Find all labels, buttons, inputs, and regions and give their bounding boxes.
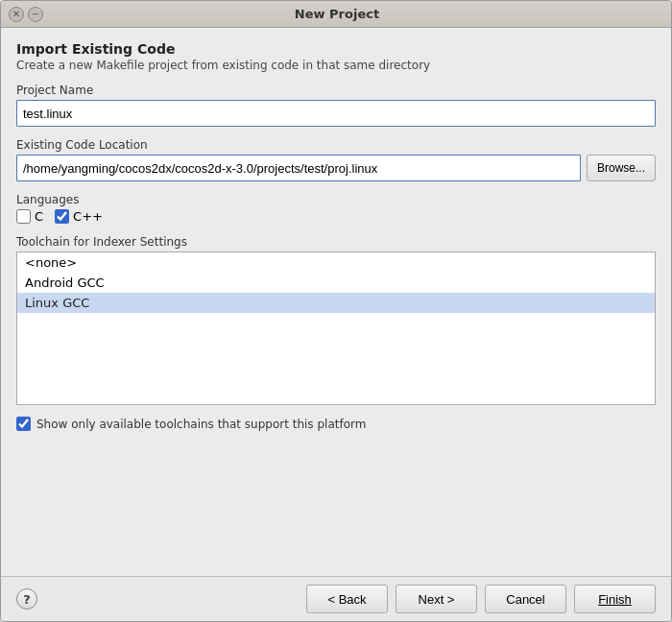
section-subtitle: Create a new Makefile project from exist… (16, 59, 656, 72)
location-row: Browse... (16, 155, 656, 181)
bottom-buttons: < Back Next > Cancel Finish (306, 585, 656, 613)
project-name-label: Project Name (16, 84, 656, 97)
titlebar-buttons: ✕ − (9, 7, 43, 22)
toolchain-item-android-gcc[interactable]: Android GCC (17, 273, 655, 293)
section-title: Import Existing Code (16, 41, 656, 57)
show-only-checkbox[interactable] (16, 417, 31, 431)
existing-code-section: Existing Code Location Browse... (16, 138, 656, 181)
show-only-label: Show only available toolchains that supp… (36, 418, 366, 431)
toolchain-label: Toolchain for Indexer Settings (16, 235, 656, 249)
toolchain-list[interactable]: <none> Android GCC Linux GCC (16, 251, 656, 405)
back-button[interactable]: < Back (306, 585, 388, 613)
existing-code-label: Existing Code Location (16, 138, 656, 152)
minimize-button[interactable]: − (28, 7, 43, 22)
next-button[interactable]: Next > (396, 585, 477, 613)
languages-section: Languages C C++ (16, 193, 656, 224)
help-icon[interactable]: ? (16, 588, 37, 610)
languages-label: Languages (16, 193, 656, 206)
finish-button[interactable]: Finish (574, 585, 656, 613)
existing-code-input[interactable] (16, 155, 581, 181)
c-label: C (35, 209, 43, 224)
close-button[interactable]: ✕ (9, 7, 24, 22)
project-name-input[interactable] (16, 100, 656, 127)
show-only-row: Show only available toolchains that supp… (16, 417, 656, 431)
browse-button[interactable]: Browse... (587, 155, 656, 181)
bottom-bar: ? < Back Next > Cancel Finish (1, 576, 671, 621)
main-content: Import Existing Code Create a new Makefi… (1, 28, 671, 576)
project-name-section: Project Name (16, 84, 656, 127)
cancel-button[interactable]: Cancel (485, 585, 566, 613)
toolchain-section: Toolchain for Indexer Settings <none> An… (16, 235, 656, 405)
toolchain-item-none[interactable]: <none> (17, 252, 655, 273)
languages-row: C C++ (16, 209, 656, 224)
titlebar: ✕ − New Project (1, 1, 671, 28)
cpp-checkbox[interactable] (55, 209, 69, 224)
cpp-language-item[interactable]: C++ (55, 209, 103, 224)
new-project-window: ✕ − New Project Import Existing Code Cre… (0, 0, 672, 622)
window-title: New Project (49, 7, 625, 21)
toolchain-item-linux-gcc[interactable]: Linux GCC (17, 293, 655, 313)
cpp-label: C++ (73, 209, 103, 224)
c-checkbox[interactable] (16, 209, 31, 224)
c-language-item[interactable]: C (16, 209, 43, 224)
header-section: Import Existing Code Create a new Makefi… (16, 41, 656, 72)
